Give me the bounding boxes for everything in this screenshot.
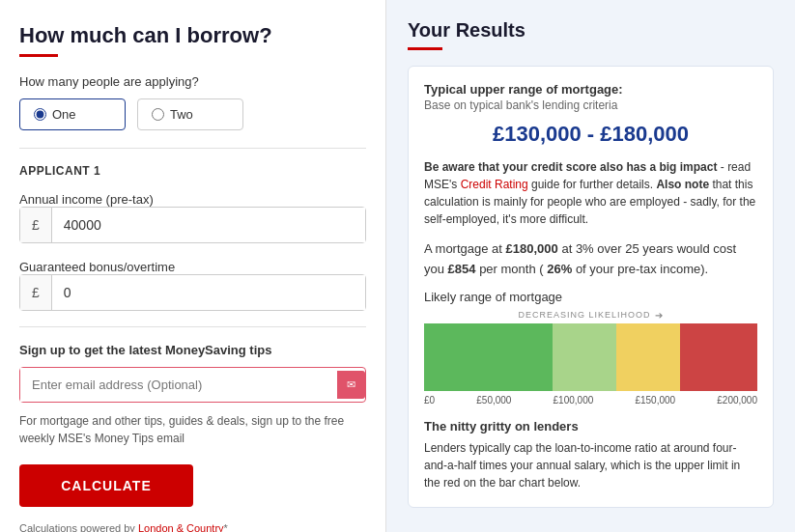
calculate-button[interactable]: CALCULATE (19, 464, 193, 507)
bonus-prefix: £ (20, 275, 52, 310)
bonus-input[interactable] (52, 275, 365, 310)
applicant-heading: APPLICANT 1 (19, 164, 366, 178)
radio-one-label: One (52, 107, 76, 122)
page-title: How much can I borrow? (19, 23, 366, 48)
results-card: Typical upper range of mortgage: Base on… (408, 66, 774, 508)
tips-description: For mortgage and other tips, guides & de… (19, 412, 366, 447)
bar-light-green (553, 323, 616, 391)
powered-by-link[interactable]: London & Country (138, 522, 224, 532)
chart-container: DECREASING LIKELIHOOD ➔ £0 £50,000 £100,… (424, 310, 757, 406)
nitty-label: The nitty gritty on lenders (424, 419, 757, 434)
radio-one-input[interactable] (34, 108, 46, 121)
email-icon[interactable]: ✉ (337, 371, 365, 399)
divider-1 (19, 148, 366, 149)
percent: 26% (547, 262, 572, 276)
upper-range-label: Typical upper range of mortgage: (424, 82, 757, 97)
monthly-cost: £854 (448, 262, 476, 276)
powered-by: Calculations powered by London & Country… (19, 522, 366, 532)
people-question: How many people are applying? (19, 74, 366, 89)
mortgage-detail-pre: A mortgage at (424, 241, 506, 256)
radio-two-input[interactable] (152, 108, 164, 121)
bar-yellow (616, 323, 680, 391)
bar-red (680, 323, 757, 391)
divider-2 (19, 326, 366, 327)
nitty-desc: Lenders typically cap the loan-to-income… (424, 439, 757, 491)
chart-labels: £0 £50,000 £100,000 £150,000 £200,000 (424, 395, 757, 406)
email-input[interactable] (20, 368, 337, 402)
likely-range-label: Likely range of mortgage (424, 290, 757, 304)
bonus-label: Guaranteed bonus/overtime (19, 260, 175, 274)
results-underline (408, 47, 442, 50)
radio-option-one[interactable]: One (19, 98, 126, 130)
mortgage-detail-post: per month ( (479, 262, 543, 276)
mortgage-detail: A mortgage at £180,000 at 3% over 25 yea… (424, 239, 757, 280)
bar-green (424, 323, 553, 391)
tips-label: Sign up to get the latest MoneySaving ti… (19, 343, 366, 357)
powered-by-text: Calculations powered by (19, 522, 138, 532)
chart-bars (424, 323, 757, 391)
right-panel: Your Results Typical upper range of mort… (386, 0, 795, 532)
chart-label-0: £0 (424, 395, 435, 406)
credit-note-bold: Be aware that your credit score also has… (424, 160, 717, 174)
decreasing-text: DECREASING LIKELIHOOD (518, 310, 650, 320)
applicant-count-group: One Two (19, 98, 366, 130)
credit-rating-link[interactable]: Credit Rating (461, 178, 528, 191)
credit-note-post: guide for further details. (531, 178, 656, 191)
income-input-wrapper: £ (19, 207, 366, 243)
income-prefix: £ (20, 208, 52, 242)
title-underline (19, 54, 58, 57)
radio-option-two[interactable]: Two (137, 98, 243, 130)
mortgage-amount: £180,000 (506, 241, 558, 256)
left-panel: How much can I borrow? How many people a… (0, 0, 386, 532)
income-label: Annual income (pre-tax) (19, 192, 154, 207)
also-note-bold: Also note (656, 178, 709, 191)
chart-label-3: £150,000 (635, 395, 675, 406)
credit-note: Be aware that your credit score also has… (424, 158, 757, 228)
chart-decreasing-label: DECREASING LIKELIHOOD ➔ (424, 310, 757, 321)
bonus-input-wrapper: £ (19, 274, 366, 311)
email-wrapper: ✉ (19, 367, 366, 403)
radio-two-label: Two (170, 107, 193, 122)
mortgage-detail-end: of your pre-tax income). (576, 262, 708, 276)
income-input[interactable] (52, 208, 365, 242)
results-title: Your Results (408, 19, 774, 42)
chart-label-1: £50,000 (476, 395, 511, 406)
chart-label-2: £100,000 (554, 395, 594, 406)
mortgage-range: £130,000 - £180,000 (424, 122, 757, 147)
chart-label-4: £200,000 (717, 395, 757, 406)
bank-criteria: Base on typical bank's lending criteria (424, 98, 757, 112)
chart-arrow-icon: ➔ (655, 310, 664, 321)
